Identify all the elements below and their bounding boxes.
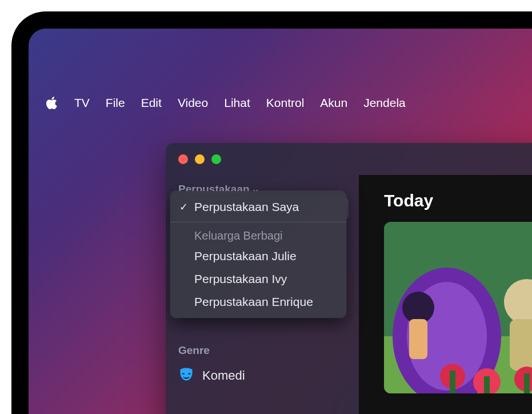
page-title: Today — [359, 191, 532, 210]
device-bezel: TV File Edit Video Lihat Kontrol Akun Je… — [11, 11, 532, 414]
featured-thumbnail[interactable] — [384, 222, 532, 393]
dropdown-item-label: Perpustakaan Julie — [194, 249, 297, 263]
apple-logo-icon[interactable] — [46, 95, 58, 110]
svg-rect-5 — [409, 319, 427, 359]
dropdown-item-enrique[interactable]: Perpustakaan Enrique — [170, 290, 346, 313]
dropdown-item-label: Perpustakaan Saya — [194, 200, 299, 214]
menu-item-akun[interactable]: Akun — [320, 96, 347, 110]
library-dropdown-menu: ✓ Perpustakaan Saya Keluarga Berbagi Per… — [170, 191, 346, 318]
traffic-lights — [178, 154, 221, 164]
main-content: Today — [359, 175, 532, 414]
menu-item-tv[interactable]: TV — [74, 96, 90, 110]
fullscreen-button[interactable] — [211, 154, 221, 164]
dropdown-item-my-library[interactable]: ✓ Perpustakaan Saya — [170, 196, 346, 218]
sidebar-item-komedi[interactable]: Komedi — [178, 363, 245, 389]
dropdown-item-ivy[interactable]: Perpustakaan Ivy — [170, 268, 346, 290]
desktop-screen: TV File Edit Video Lihat Kontrol Akun Je… — [29, 29, 532, 414]
svg-rect-15 — [524, 373, 530, 393]
window-titlebar — [166, 143, 532, 175]
menu-item-file[interactable]: File — [106, 96, 125, 110]
dropdown-divider — [170, 222, 346, 222]
close-button[interactable] — [178, 154, 188, 164]
menu-item-lihat[interactable]: Lihat — [224, 96, 250, 110]
genre-item-label: Komedi — [202, 368, 245, 383]
minimize-button[interactable] — [195, 154, 205, 164]
svg-rect-14 — [484, 376, 490, 393]
menu-item-jendela[interactable]: Jendela — [363, 96, 406, 110]
menubar: TV File Edit Video Lihat Kontrol Akun Je… — [29, 91, 532, 114]
svg-rect-13 — [450, 371, 455, 393]
comedy-mask-icon — [178, 366, 194, 385]
dropdown-item-julie[interactable]: Perpustakaan Julie — [170, 245, 346, 268]
svg-rect-7 — [510, 319, 532, 371]
app-window: Perpustakaan ⌵ ✓ Perpustakaan Saya Kelua… — [166, 143, 532, 414]
genre-label: Genre — [178, 344, 245, 357]
svg-point-4 — [402, 292, 434, 324]
dropdown-item-label: Perpustakaan Ivy — [194, 272, 287, 286]
genre-section: Genre Komedi — [166, 344, 258, 389]
device-frame: TV File Edit Video Lihat Kontrol Akun Je… — [0, 0, 532, 414]
dropdown-section-family: Keluarga Berbagi — [170, 226, 346, 245]
menu-item-kontrol[interactable]: Kontrol — [266, 96, 305, 110]
menu-item-edit[interactable]: Edit — [141, 96, 162, 110]
checkmark-icon: ✓ — [177, 201, 190, 213]
sidebar: Perpustakaan ⌵ ✓ Perpustakaan Saya Kelua… — [166, 175, 359, 414]
dropdown-item-label: Perpustakaan Enrique — [194, 295, 313, 309]
menu-item-video[interactable]: Video — [178, 96, 208, 110]
